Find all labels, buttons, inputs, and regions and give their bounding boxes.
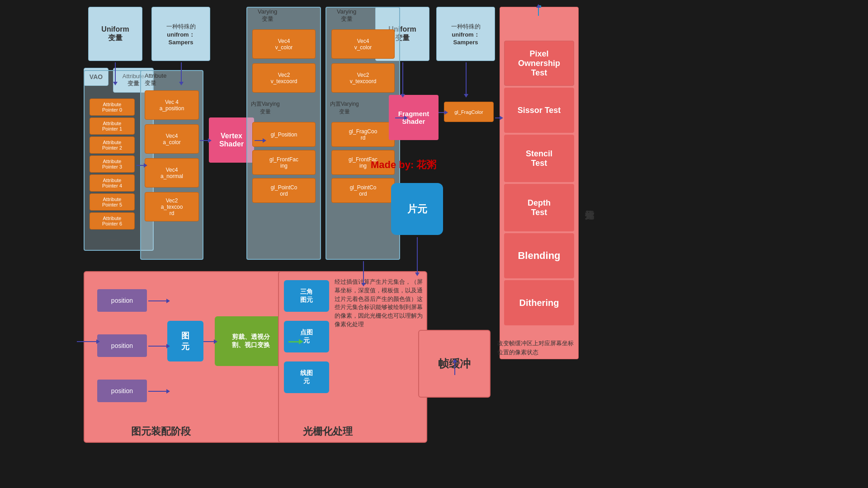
uniform-left-box: Uniform 变量	[88, 7, 142, 61]
sampler-left-label2: unifrom：	[167, 31, 194, 39]
pipeline-ops-item-5: Dithering	[504, 280, 574, 325]
sampler-left-label3: Sampers	[169, 39, 193, 46]
builtin-varying-right-title: 内置Varying变量	[330, 100, 359, 116]
varying-left-vcolor: Vec4v_color	[252, 29, 316, 59]
arrow-fragcolor-to-pipeline	[495, 117, 500, 118]
builtin-varying-left-title: 内置Varying变量	[251, 100, 280, 116]
varying-right-vtexcoord: Vec2v_texcoord	[331, 63, 395, 93]
arrow-attr-to-vs	[200, 140, 209, 141]
pipeline-ops-item-3: Depth Test	[504, 184, 574, 231]
rasterize-description: 经过插值计算产生片元集合，（屏幕坐标，深度值，模板值，以及通过片元着色器后产生的…	[335, 278, 423, 418]
arrow-pos2-tuyuan	[148, 391, 167, 392]
sampler-left-box: 一种特殊的 unifrom： Sampers	[151, 7, 210, 61]
pian-yuan: 片元	[391, 183, 443, 235]
gl-pointcoord: gl_PointCoord	[331, 178, 395, 203]
gl-fragcolor-box: gl_FragColor	[444, 102, 494, 122]
arrow-tuyuan-to-jian	[203, 341, 215, 342]
frame-buffer-description: 改变帧缓冲区上对应屏幕坐标位置的像素状态	[497, 339, 579, 357]
arrow-pipeline-up	[538, 7, 539, 16]
sampler-right-label1: 一种特殊的	[451, 23, 481, 31]
tuyuan-box: 图元	[167, 321, 203, 361]
uniform-left-label1: Uniform	[101, 25, 129, 33]
sanjiao-yuan: 三角图元	[284, 280, 329, 312]
assembly-label: 图元装配阶段	[131, 425, 191, 438]
vec4-aposition: Vec 4a_position	[145, 90, 199, 120]
attr-ptr-dots: ......	[90, 231, 135, 245]
attribute-section-label: Attribute变量	[145, 72, 166, 87]
gl-frontfacing-left: gl_FrontFacing	[252, 150, 316, 175]
attr-ptr-2: AttributePointer 2	[90, 136, 135, 154]
pipeline-ops-container: Pixel Ownership Test Sissor Test Stencil…	[500, 7, 579, 359]
pipeline-ops-item-2: Stencil Test	[504, 135, 574, 182]
arrow-pos1-tuyuan	[148, 346, 167, 347]
attr-ptr-3: AttributePointer 3	[90, 155, 135, 173]
position-1: position	[97, 334, 147, 357]
attr-ptr-4: AttributePointer 4	[90, 174, 135, 192]
uniform-left-label2: 变量	[108, 33, 123, 43]
gl-fragcolor-label: gl_FragColor	[454, 109, 483, 115]
vec2-atexcoord: Vec2a_texcoord	[145, 192, 199, 221]
vec4-acolor: Vec4a_color	[145, 124, 199, 154]
arrow-jian-to-rasterize	[288, 341, 300, 343]
varying-right-title: Varying变量	[337, 8, 356, 23]
varying-right-vcolor: Vec4v_color	[331, 29, 395, 59]
made-by-name: 花粥	[416, 159, 436, 170]
position-2: position	[97, 380, 147, 402]
jian-cai-box: 剪裁、透视分割、视口变换	[215, 316, 287, 366]
arrow-sampler-left-down	[181, 62, 182, 83]
made-by-label: Made by:	[371, 159, 414, 170]
sampler-right-label2: unifrom：	[452, 31, 479, 39]
arrow-fs-to-fragcolor	[439, 112, 445, 113]
vertex-shader-label: Vertex Shader	[219, 132, 244, 148]
sampler-right-box: 一种特殊的 unifrom： Sampers	[436, 7, 495, 61]
arrow-vs-to-vl	[255, 140, 264, 141]
position-0: position	[97, 289, 147, 312]
attr-ptr-0: AttributePointer 0	[90, 99, 135, 116]
diagram: Uniform 变量 一种特殊的 unifrom： Sampers Unifor…	[0, 0, 868, 488]
sampler-right-label3: Sampers	[453, 39, 478, 46]
arrow-pianyuan-down	[417, 237, 418, 273]
varying-left-vtexcoord: Vec2v_texcoord	[252, 63, 316, 93]
dian-yuan: 点图元	[284, 321, 329, 352]
pipeline-ops-item-1: Sissor Test	[504, 88, 574, 133]
pipeline-ops-item-0: Pixel Ownership Test	[504, 41, 574, 86]
gl-position: gl_Position	[252, 122, 316, 147]
arrow-sampler-right-down	[466, 62, 467, 95]
arrow-uniform-right-down	[402, 62, 403, 95]
arrow-varying-down	[363, 261, 364, 284]
pipeline-ops-label: 逐片元操作	[581, 90, 599, 316]
xian-yuan: 线图元	[284, 361, 329, 393]
made-by-text: Made by: 花粥	[371, 158, 436, 172]
attr-ptr-6: AttributePointer 6	[90, 212, 135, 230]
rasterize-label: 光栅化处理	[303, 425, 353, 438]
sampler-left-label1: 一种特殊的	[166, 23, 196, 31]
attr-ptr-5: AttributePointer 5	[90, 193, 135, 211]
arrow-vao-to-attr	[137, 165, 145, 166]
pipeline-ops-item-4: Blending	[504, 233, 574, 278]
pian-yuan-label: 片元	[407, 202, 427, 216]
varying-left-title: Varying变量	[258, 8, 277, 23]
arrow-uniform-left-down	[115, 62, 116, 83]
gl-fragcoord: gl_FragCoord	[331, 122, 395, 147]
arrow-vr-to-fs	[395, 117, 405, 118]
arrow-tip	[539, 5, 541, 8]
arrow-framebuf-to-pipeline	[454, 361, 455, 375]
arrow-pos0-tuyuan	[148, 300, 167, 301]
vec4-anormal: Vec4a_normal	[145, 158, 199, 188]
arrow-left-to-assembly	[77, 341, 97, 342]
attr-ptr-1: AttributePointer 1	[90, 117, 135, 135]
gl-pointsize: gl_PointCoord	[252, 178, 316, 203]
